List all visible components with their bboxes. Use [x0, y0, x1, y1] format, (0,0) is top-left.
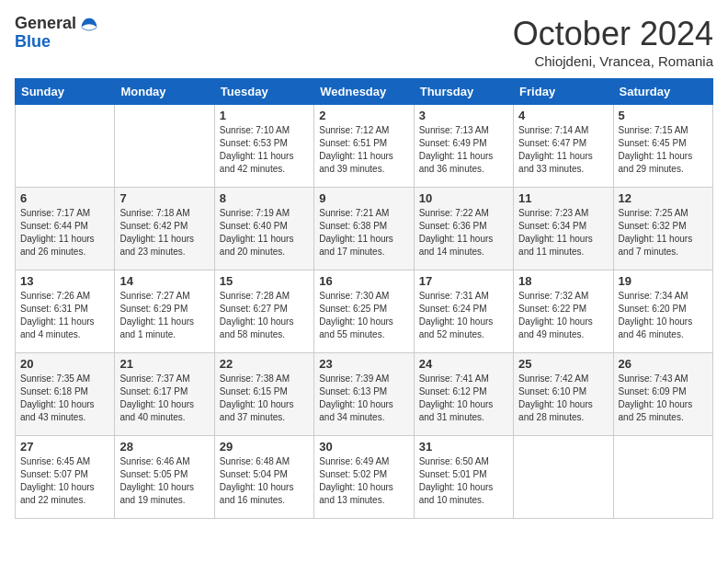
day-number: 9 — [319, 191, 408, 205]
day-info: Sunrise: 7:18 AMSunset: 6:42 PMDaylight:… — [119, 207, 209, 259]
calendar-cell: 15Sunrise: 7:28 AMSunset: 6:27 PMDayligh… — [214, 270, 313, 353]
day-number: 30 — [319, 440, 408, 454]
day-number: 11 — [518, 191, 608, 205]
day-number: 10 — [419, 191, 508, 205]
day-info: Sunrise: 7:28 AMSunset: 6:27 PMDaylight:… — [220, 290, 309, 341]
calendar-cell: 31Sunrise: 6:50 AMSunset: 5:01 PMDayligh… — [414, 436, 513, 519]
day-info: Sunrise: 7:39 AMSunset: 6:13 PMDaylight:… — [319, 373, 408, 424]
day-number: 15 — [220, 274, 309, 288]
calendar-cell: 6Sunrise: 7:17 AMSunset: 6:44 PMDaylight… — [16, 188, 115, 270]
calendar-cell — [115, 105, 214, 188]
calendar-cell: 1Sunrise: 7:10 AMSunset: 6:53 PMDaylight… — [214, 105, 313, 188]
day-number: 23 — [319, 357, 408, 371]
day-number: 26 — [619, 357, 708, 371]
calendar-cell: 26Sunrise: 7:43 AMSunset: 6:09 PMDayligh… — [613, 353, 712, 436]
calendar-cell: 22Sunrise: 7:38 AMSunset: 6:15 PMDayligh… — [214, 353, 313, 436]
calendar-cell: 23Sunrise: 7:39 AMSunset: 6:13 PMDayligh… — [314, 353, 414, 436]
day-number: 16 — [319, 274, 408, 288]
calendar-cell: 21Sunrise: 7:37 AMSunset: 6:17 PMDayligh… — [115, 353, 214, 436]
day-info: Sunrise: 7:27 AMSunset: 6:29 PMDaylight:… — [119, 290, 209, 341]
calendar-cell: 7Sunrise: 7:18 AMSunset: 6:42 PMDaylight… — [115, 188, 214, 270]
weekday-header: Monday — [115, 79, 214, 105]
calendar-cell: 28Sunrise: 6:46 AMSunset: 5:05 PMDayligh… — [115, 436, 214, 519]
day-number: 1 — [220, 109, 309, 122]
calendar-cell: 11Sunrise: 7:23 AMSunset: 6:34 PMDayligh… — [514, 188, 613, 270]
day-number: 24 — [419, 357, 508, 371]
day-number: 18 — [518, 274, 608, 288]
day-number: 17 — [419, 274, 508, 288]
logo: General Blue — [15, 15, 98, 52]
day-info: Sunrise: 7:13 AMSunset: 6:49 PMDaylight:… — [419, 124, 508, 176]
day-number: 28 — [119, 440, 209, 454]
day-info: Sunrise: 7:42 AMSunset: 6:10 PMDaylight:… — [518, 373, 608, 424]
day-number: 12 — [619, 191, 708, 205]
page-header: General Blue October 2024 Chiojdeni, Vra… — [15, 15, 713, 69]
day-number: 2 — [319, 109, 408, 122]
calendar-week-row: 1Sunrise: 7:10 AMSunset: 6:53 PMDaylight… — [16, 105, 713, 188]
calendar-cell — [16, 105, 115, 188]
day-number: 8 — [220, 191, 309, 205]
calendar-cell: 24Sunrise: 7:41 AMSunset: 6:12 PMDayligh… — [414, 353, 513, 436]
day-number: 20 — [20, 357, 109, 371]
calendar-cell: 25Sunrise: 7:42 AMSunset: 6:10 PMDayligh… — [514, 353, 613, 436]
day-info: Sunrise: 6:50 AMSunset: 5:01 PMDaylight:… — [419, 455, 508, 507]
day-info: Sunrise: 7:41 AMSunset: 6:12 PMDaylight:… — [419, 373, 508, 424]
day-info: Sunrise: 7:32 AMSunset: 6:22 PMDaylight:… — [518, 290, 608, 341]
logo-general: General — [15, 15, 76, 33]
day-info: Sunrise: 7:34 AMSunset: 6:20 PMDaylight:… — [619, 290, 708, 341]
day-number: 3 — [419, 109, 508, 122]
calendar-cell: 8Sunrise: 7:19 AMSunset: 6:40 PMDaylight… — [214, 188, 313, 270]
day-info: Sunrise: 6:49 AMSunset: 5:02 PMDaylight:… — [319, 455, 408, 507]
day-number: 5 — [619, 109, 708, 122]
day-info: Sunrise: 7:10 AMSunset: 6:53 PMDaylight:… — [220, 124, 309, 176]
calendar-cell: 27Sunrise: 6:45 AMSunset: 5:07 PMDayligh… — [16, 436, 115, 519]
weekday-header: Tuesday — [214, 79, 313, 105]
day-info: Sunrise: 7:35 AMSunset: 6:18 PMDaylight:… — [20, 373, 109, 424]
calendar-cell — [613, 436, 712, 519]
day-info: Sunrise: 6:45 AMSunset: 5:07 PMDaylight:… — [20, 455, 109, 507]
weekday-header: Sunday — [16, 79, 115, 105]
day-number: 19 — [619, 274, 708, 288]
day-info: Sunrise: 7:25 AMSunset: 6:32 PMDaylight:… — [619, 207, 708, 259]
day-info: Sunrise: 7:26 AMSunset: 6:31 PMDaylight:… — [20, 290, 109, 341]
day-info: Sunrise: 6:48 AMSunset: 5:04 PMDaylight:… — [220, 455, 309, 507]
calendar-cell: 5Sunrise: 7:15 AMSunset: 6:45 PMDaylight… — [613, 105, 712, 188]
day-info: Sunrise: 7:30 AMSunset: 6:25 PMDaylight:… — [319, 290, 408, 341]
weekday-header: Saturday — [613, 79, 712, 105]
weekday-header-row: SundayMondayTuesdayWednesdayThursdayFrid… — [16, 79, 713, 105]
logo-icon — [80, 17, 98, 35]
month-title: October 2024 — [513, 15, 713, 53]
calendar-cell: 18Sunrise: 7:32 AMSunset: 6:22 PMDayligh… — [514, 270, 613, 353]
calendar-cell: 2Sunrise: 7:12 AMSunset: 6:51 PMDaylight… — [314, 105, 414, 188]
day-info: Sunrise: 7:37 AMSunset: 6:17 PMDaylight:… — [119, 373, 209, 424]
location-subtitle: Chiojdeni, Vrancea, Romania — [513, 53, 713, 69]
calendar-week-row: 27Sunrise: 6:45 AMSunset: 5:07 PMDayligh… — [16, 436, 713, 519]
calendar-week-row: 20Sunrise: 7:35 AMSunset: 6:18 PMDayligh… — [16, 353, 713, 436]
day-info: Sunrise: 6:46 AMSunset: 5:05 PMDaylight:… — [119, 455, 209, 507]
day-number: 4 — [518, 109, 608, 122]
day-number: 6 — [20, 191, 109, 205]
calendar-week-row: 13Sunrise: 7:26 AMSunset: 6:31 PMDayligh… — [16, 270, 713, 353]
day-number: 22 — [220, 357, 309, 371]
calendar-cell: 14Sunrise: 7:27 AMSunset: 6:29 PMDayligh… — [115, 270, 214, 353]
calendar-cell: 12Sunrise: 7:25 AMSunset: 6:32 PMDayligh… — [613, 188, 712, 270]
day-info: Sunrise: 7:23 AMSunset: 6:34 PMDaylight:… — [518, 207, 608, 259]
calendar-cell: 30Sunrise: 6:49 AMSunset: 5:02 PMDayligh… — [314, 436, 414, 519]
day-number: 27 — [20, 440, 109, 454]
calendar-cell: 3Sunrise: 7:13 AMSunset: 6:49 PMDaylight… — [414, 105, 513, 188]
calendar-cell: 29Sunrise: 6:48 AMSunset: 5:04 PMDayligh… — [214, 436, 313, 519]
day-number: 14 — [119, 274, 209, 288]
weekday-header: Thursday — [414, 79, 513, 105]
calendar-cell: 20Sunrise: 7:35 AMSunset: 6:18 PMDayligh… — [16, 353, 115, 436]
day-number: 31 — [419, 440, 508, 454]
day-info: Sunrise: 7:31 AMSunset: 6:24 PMDaylight:… — [419, 290, 508, 341]
calendar-cell: 4Sunrise: 7:14 AMSunset: 6:47 PMDaylight… — [514, 105, 613, 188]
day-info: Sunrise: 7:38 AMSunset: 6:15 PMDaylight:… — [220, 373, 309, 424]
calendar-table: SundayMondayTuesdayWednesdayThursdayFrid… — [15, 78, 713, 519]
calendar-cell: 19Sunrise: 7:34 AMSunset: 6:20 PMDayligh… — [613, 270, 712, 353]
day-info: Sunrise: 7:12 AMSunset: 6:51 PMDaylight:… — [319, 124, 408, 176]
day-info: Sunrise: 7:15 AMSunset: 6:45 PMDaylight:… — [619, 124, 708, 176]
day-number: 13 — [20, 274, 109, 288]
calendar-cell: 9Sunrise: 7:21 AMSunset: 6:38 PMDaylight… — [314, 188, 414, 270]
day-info: Sunrise: 7:17 AMSunset: 6:44 PMDaylight:… — [20, 207, 109, 259]
